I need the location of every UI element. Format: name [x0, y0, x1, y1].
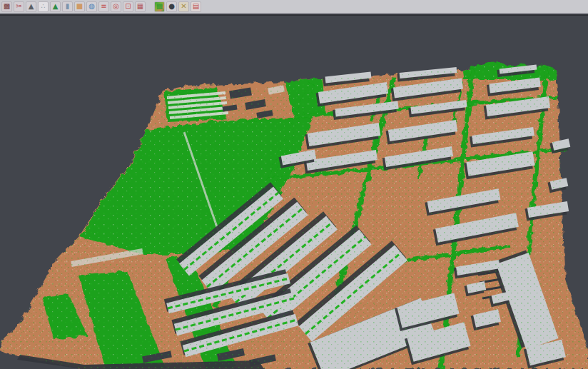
point-picking-icon[interactable]: ∴ — [38, 1, 49, 12]
selection-frame-icon[interactable]: ⊡ — [123, 1, 133, 12]
delete-cross-icon[interactable]: ✕ — [178, 1, 189, 12]
ortho-image-icon[interactable]: ■ — [74, 1, 85, 12]
toolbar: ▩✂▲∴▲▮■◍≡◎⊡▦▩●✕▤ — [0, 0, 588, 14]
cross-section-icon[interactable]: ✂ — [14, 1, 24, 12]
classification-noise — [0, 16, 588, 369]
3d-viewport[interactable] — [0, 16, 588, 369]
clip-volume-icon[interactable]: ▩ — [1, 1, 12, 12]
globe-icon[interactable]: ◍ — [86, 1, 97, 12]
target-settings-icon[interactable]: ◎ — [111, 1, 121, 12]
layer-list-icon[interactable]: ≡ — [98, 1, 109, 12]
flag-report-icon[interactable]: ▤ — [191, 1, 201, 12]
dark-sphere-icon[interactable]: ● — [166, 1, 177, 12]
application-window: { "app": {"title": "point-cloud-viewer"}… — [0, 0, 588, 369]
terrain-model-icon[interactable]: ▲ — [26, 1, 36, 12]
toolbar-separator — [147, 1, 154, 12]
point-cloud-scene — [0, 16, 588, 369]
classification-colormap-icon[interactable]: ▩ — [154, 1, 165, 12]
green-terrain-icon[interactable]: ▲ — [50, 1, 61, 12]
raster-grid-icon[interactable]: ▦ — [135, 1, 146, 12]
column-profile-icon[interactable]: ▮ — [62, 1, 73, 12]
